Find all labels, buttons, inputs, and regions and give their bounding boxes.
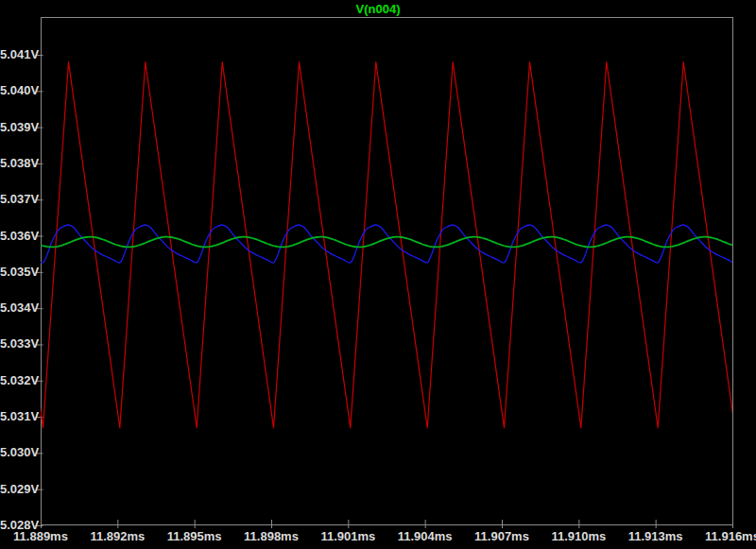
y-axis-label: 5.030V <box>0 446 36 459</box>
plot-canvas[interactable] <box>0 0 756 549</box>
y-axis-label: 5.033V <box>0 337 36 351</box>
x-axis-label: 11.895ms <box>167 529 222 544</box>
y-axis-label: 5.032V <box>0 374 36 387</box>
x-axis-label: 11.889ms <box>13 529 68 544</box>
y-axis-label: 5.031V <box>0 410 36 423</box>
y-axis-label: 5.040V <box>0 84 36 97</box>
y-axis-label: 5.041V <box>0 48 36 61</box>
x-axis-label: 11.904ms <box>398 529 453 544</box>
x-axis-label: 11.892ms <box>90 529 145 544</box>
x-axis-label: 11.901ms <box>320 529 375 544</box>
x-axis-label: 11.907ms <box>474 529 529 544</box>
y-axis-label: 5.034V <box>0 301 36 315</box>
trace-red-triangle-ripple <box>0 62 756 428</box>
x-axis-label: 11.898ms <box>244 529 299 544</box>
y-axis-label: 5.029V <box>0 483 36 496</box>
trace-green-smoothed-output <box>41 237 732 248</box>
x-axis-label: 11.913ms <box>628 529 683 544</box>
y-axis-label: 5.036V <box>0 230 36 243</box>
waveform-viewer: V(n004) 5.041V5.040V5.039V5.038V5.037V5.… <box>0 0 756 549</box>
y-axis-label: 5.038V <box>0 157 36 170</box>
x-axis-label: 11.916ms <box>705 529 756 544</box>
plot-border <box>42 18 733 525</box>
y-axis-label: 5.035V <box>0 266 36 279</box>
y-axis-label: 5.037V <box>0 193 36 206</box>
x-axis-label: 11.910ms <box>551 529 606 544</box>
y-axis-label: 5.039V <box>0 121 36 134</box>
